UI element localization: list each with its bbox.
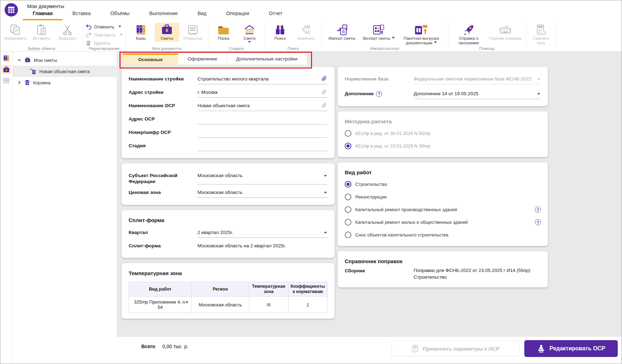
about-button[interactable]: Справка о программе xyxy=(451,23,486,46)
radio-icon[interactable] xyxy=(345,219,351,226)
bases-icon xyxy=(3,55,10,62)
chevron-down-icon[interactable] xyxy=(186,301,188,305)
tab-vid[interactable]: Вид xyxy=(188,9,216,19)
chevron-down-icon[interactable] xyxy=(324,232,327,235)
tab-osnovnye[interactable]: Основные xyxy=(123,53,178,65)
hotkeys-button[interactable]: Горячие клавиши xyxy=(488,23,523,46)
change-base-button[interactable]: Сменить базу xyxy=(529,23,553,46)
sidebar: Мои сметы Новая объектная смета Корзина xyxy=(0,52,116,364)
bases-button[interactable]: Базы xyxy=(129,23,153,42)
estimate-house-icon xyxy=(238,24,261,36)
tab-oformlenie[interactable]: Оформление xyxy=(178,53,227,65)
copy-button[interactable]: Копировать xyxy=(3,23,28,42)
paste-button[interactable]: Вставить xyxy=(29,23,54,42)
stage-input[interactable] xyxy=(197,142,328,151)
rail-estimates-button[interactable] xyxy=(1,65,11,74)
cut-button[interactable]: Вырезать xyxy=(55,23,80,42)
folder-icon xyxy=(212,24,235,36)
work-type-option[interactable]: Капитальный ремонт производственных здан… xyxy=(345,206,541,213)
chevron-down-icon[interactable] xyxy=(120,34,123,37)
price-zone-select[interactable]: Московская область xyxy=(197,189,328,198)
work-type-select[interactable]: 325/пр Приложение 4, п. 54 xyxy=(129,297,192,313)
radio-selected-icon[interactable] xyxy=(345,143,351,149)
tab-operacii[interactable]: Операции xyxy=(216,9,259,19)
region-select[interactable]: Московская область xyxy=(197,172,328,184)
supplement-select[interactable]: Дополнение 14 от 19.05.2025 xyxy=(414,90,541,99)
tab-dop-nastroyki[interactable]: Дополнительные настройки xyxy=(227,53,307,65)
card-title: Справочник поправок xyxy=(345,258,541,264)
chevron-down-icon[interactable] xyxy=(17,59,21,61)
osr-number-input[interactable] xyxy=(197,129,328,138)
paperclip-icon[interactable] xyxy=(322,76,327,81)
method-option[interactable]: 421/пр в ред. от 23.01.2025 N 30/пр xyxy=(345,143,541,149)
radio-icon[interactable] xyxy=(345,130,351,137)
chevron-down-icon[interactable] xyxy=(392,37,395,40)
radio-selected-icon[interactable] xyxy=(345,181,351,188)
help-icon[interactable] xyxy=(535,219,541,225)
undo-button[interactable]: Отменить xyxy=(86,24,123,31)
osr-address-input[interactable] xyxy=(197,115,328,124)
work-type-option[interactable]: Реконструкция xyxy=(345,194,541,200)
chevron-right-icon[interactable] xyxy=(17,81,21,84)
work-type-option[interactable]: Капитальный ремонт жилых и общественных … xyxy=(345,219,541,226)
paperclip-icon[interactable] xyxy=(322,103,327,108)
radio-icon[interactable] xyxy=(345,206,351,213)
field-row: Субъект Российской Федерации Московская … xyxy=(129,172,328,184)
rail-open-documents-button[interactable] xyxy=(1,76,11,85)
ribbon-group-label: Создать xyxy=(208,46,265,51)
footer-bar: Всего 0,00 тыс. р. Применить параметры к… xyxy=(117,337,622,364)
search-button[interactable]: Поиск xyxy=(268,23,292,42)
chevron-down-icon[interactable] xyxy=(434,41,437,45)
construction-name-input[interactable]: Строительство жилого квартала xyxy=(197,75,328,84)
estimates-button[interactable]: Сметы xyxy=(155,23,179,42)
new-estimate-button[interactable]: Смета xyxy=(237,23,262,45)
total-value: 0,00 тыс. р. xyxy=(162,344,188,349)
paperclip-icon[interactable] xyxy=(322,89,327,95)
work-type-option[interactable]: Строительство xyxy=(345,181,541,188)
field-label: Стадия xyxy=(129,142,197,151)
document-tree: Мои сметы Новая объектная смета Корзина xyxy=(12,54,116,88)
field-label: Квартал xyxy=(129,229,197,238)
chevron-down-icon[interactable] xyxy=(248,41,251,44)
method-option[interactable]: 421/пр в ред. от 30.01.2024 N 55/пр xyxy=(345,130,541,137)
tree-item-new-object-estimate[interactable]: Новая объектная смета xyxy=(12,66,116,77)
chevron-down-icon[interactable] xyxy=(537,93,540,96)
delete-button[interactable]: Удалить xyxy=(86,40,123,47)
quarter-select[interactable]: 2 квартал 2025г. xyxy=(197,229,328,238)
edit-osr-button[interactable]: Редактировать ОСР xyxy=(524,340,618,357)
osr-name-input[interactable]: Новая объектная смета xyxy=(197,102,328,111)
tab-vypolnenie[interactable]: Выполнение xyxy=(140,9,188,19)
chevron-down-icon[interactable] xyxy=(324,175,327,178)
chevron-down-icon[interactable] xyxy=(118,26,121,29)
help-icon[interactable] xyxy=(535,207,541,213)
chevron-down-icon[interactable] xyxy=(324,192,327,195)
main-content: Основные Оформление Дополнительные настр… xyxy=(117,52,622,364)
field-label: Наименование стройки xyxy=(129,75,197,84)
tree-item-my-estimates[interactable]: Мои сметы xyxy=(12,54,116,66)
tree-item-trash[interactable]: Корзина xyxy=(12,77,116,88)
radio-icon[interactable] xyxy=(345,194,351,200)
field-row: Ценовая зона Московская область xyxy=(129,189,328,198)
folder-button[interactable]: Папка xyxy=(211,23,236,45)
export-estimate-button[interactable]: Экспорт сметы xyxy=(361,23,396,46)
method-card: Методика расчета 421/пр в ред. от 30.01.… xyxy=(338,111,548,157)
rail-bases-button[interactable] xyxy=(1,54,11,63)
tab-glavnaya[interactable]: Главная xyxy=(23,9,63,20)
radio-icon[interactable] xyxy=(345,232,351,238)
import-estimate-button[interactable]: Импорт сметы xyxy=(324,23,359,46)
redo-button[interactable]: Повторить xyxy=(86,32,123,39)
apply-parameters-button[interactable]: Применить параметры к ЛСР xyxy=(391,341,520,356)
briefcase-icon xyxy=(25,57,31,63)
ribbon-group-label: Импорт/экспорт xyxy=(322,46,448,51)
replace-button[interactable]: ABAC Заменить xyxy=(294,23,318,42)
work-type-option[interactable]: Снос объектов капитального строительства xyxy=(345,232,541,238)
tab-obyomy[interactable]: Объёмы xyxy=(101,9,140,19)
tab-otchet[interactable]: Отчет xyxy=(259,9,292,19)
open-documents-button[interactable]: Открытые xyxy=(181,23,205,42)
construction-address-input[interactable]: г. Москва xyxy=(197,89,328,98)
field-label: Номер/шифр ОСР xyxy=(129,129,197,138)
batch-export-button[interactable]: Пакетная выгрузка документации xyxy=(397,23,445,46)
field-row: Стадия xyxy=(129,142,328,151)
tab-vstavka[interactable]: Вставка xyxy=(63,9,101,19)
help-icon[interactable] xyxy=(376,91,382,97)
